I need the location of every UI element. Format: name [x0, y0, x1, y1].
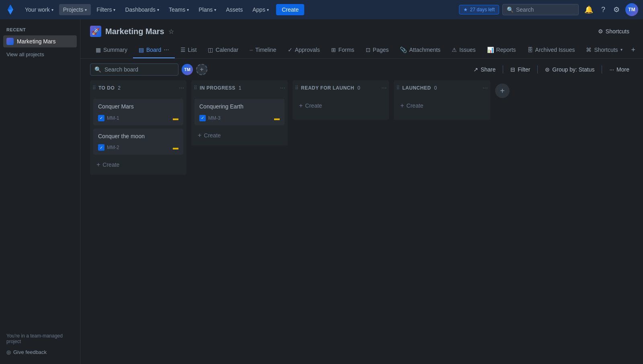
settings-gear-icon: ⚙: [598, 28, 603, 35]
shortcuts-tab-icon: ⌘: [586, 47, 592, 53]
nav-dashboards[interactable]: Dashboards ▾: [121, 4, 163, 15]
board-tab-icon: ▤: [139, 47, 144, 53]
project-name: Marketing Mars: [105, 27, 164, 36]
create-plus-icon-inprogress: +: [198, 132, 201, 139]
column-body-ready: + Create: [293, 96, 389, 120]
divider: [503, 65, 503, 74]
search-box[interactable]: 🔍 Search: [502, 4, 579, 15]
create-launched-button[interactable]: + Create: [397, 99, 487, 112]
create-todo-button[interactable]: + Create: [93, 158, 183, 172]
give-feedback-button[interactable]: ◎ Give feedback: [3, 347, 77, 358]
board-avatar[interactable]: TM: [182, 64, 193, 75]
tab-archived-issues[interactable]: 🗄 Archived Issues: [522, 43, 581, 58]
chevron-icon: ▾: [85, 8, 87, 12]
column-header-inprogress: ⠿ IN PROGRESS 1 ···: [191, 80, 288, 96]
task-type-icon-mm3: ✓: [199, 115, 206, 121]
tabs-row: ▦ Summary ▤ Board ··· ☰ List ◫ Calendar: [90, 42, 633, 58]
column-title-todo: TO DO: [98, 85, 115, 91]
issues-tab-icon: ⚠: [452, 47, 457, 53]
notifications-button[interactable]: 🔔: [582, 3, 596, 16]
more-icon: ···: [609, 66, 614, 73]
main-content: 🚀 Marketing Mars ☆ ⚙ Shortcuts ▦ Summary…: [80, 19, 643, 364]
app-body: Recent Marketing Mars View all projects …: [0, 19, 643, 364]
help-button[interactable]: ?: [599, 3, 608, 16]
star-icon[interactable]: ☆: [168, 28, 174, 35]
column-body-todo: Conquer Mars ✓ MM-1 ▬ Conquer the moon ✓…: [90, 96, 186, 175]
chevron-icon: ▾: [157, 8, 159, 12]
nav-projects[interactable]: Projects ▾: [59, 4, 91, 15]
column-header-ready: ⠿ READY FOR LAUNCH 0 ···: [293, 80, 389, 96]
column-body-inprogress: Conquering Earth ✓ MM-3 ▬ + Create: [191, 96, 288, 145]
tab-list[interactable]: ☰ List: [175, 43, 203, 58]
add-tab-button[interactable]: +: [628, 42, 639, 58]
premium-icon: ★: [463, 7, 468, 12]
create-inprogress-button[interactable]: + Create: [195, 129, 285, 142]
column-header-launched: ⠿ LAUNCHED 0 ···: [394, 80, 490, 96]
card-title-mm3: Conquering Earth: [199, 103, 280, 111]
drag-handle-icon: ⠿: [92, 85, 96, 91]
column-menu-inprogress[interactable]: ···: [280, 84, 285, 92]
tab-forms[interactable]: ⊞ Forms: [326, 43, 360, 58]
forms-tab-icon: ⊞: [331, 47, 336, 53]
column-count-inprogress: 1: [239, 85, 242, 91]
card-mm1[interactable]: Conquer Mars ✓ MM-1 ▬: [93, 99, 183, 125]
chevron-icon: ▾: [51, 8, 53, 12]
nav-right: ★ 27 days left 🔍 Search 🔔 ? ⚙ TM: [459, 3, 638, 16]
priority-icon-mm2: ▬: [173, 144, 178, 151]
column-menu-launched[interactable]: ···: [483, 84, 488, 92]
column-menu-todo[interactable]: ···: [179, 84, 184, 92]
premium-badge[interactable]: ★ 27 days left: [459, 5, 499, 14]
board-tab-more-icon[interactable]: ···: [164, 46, 169, 53]
card-title-mm1: Conquer Mars: [98, 103, 178, 111]
more-button[interactable]: ··· More: [605, 64, 633, 75]
create-ready-button[interactable]: + Create: [296, 99, 386, 112]
nav-teams[interactable]: Teams ▾: [165, 4, 193, 15]
card-mm2[interactable]: Conquer the moon ✓ MM-2 ▬: [93, 129, 183, 155]
add-column-button[interactable]: +: [495, 84, 510, 98]
avatar[interactable]: TM: [625, 3, 638, 16]
view-all-projects[interactable]: View all projects: [3, 49, 77, 60]
tab-timeline[interactable]: ⏤ Timeline: [244, 43, 282, 58]
column-count-launched: 0: [434, 85, 437, 91]
nav-plans[interactable]: Plans ▾: [195, 4, 220, 15]
add-member-button[interactable]: +: [196, 64, 207, 75]
share-button[interactable]: ↗ Share: [469, 64, 500, 75]
share-icon: ↗: [473, 66, 478, 73]
project-settings-button[interactable]: ⚙ Shortcuts: [594, 26, 633, 37]
tab-calendar[interactable]: ◫ Calendar: [202, 43, 244, 58]
nav-your-work[interactable]: Your work ▾: [21, 4, 57, 15]
column-count-ready: 0: [357, 85, 360, 91]
drag-handle-icon: ⠿: [396, 85, 400, 91]
project-title-row: 🚀 Marketing Mars ☆ ⚙ Shortcuts: [90, 26, 633, 37]
drag-handle-icon: ⠿: [194, 85, 197, 91]
task-type-icon-mm2: ✓: [98, 144, 104, 151]
search-board-input[interactable]: 🔍 Search board: [90, 63, 178, 76]
feedback-icon: ◎: [6, 349, 11, 355]
column-body-launched: + Create: [394, 96, 490, 120]
card-footer-mm1: ✓ MM-1 ▬: [98, 115, 178, 121]
tab-summary[interactable]: ▦ Summary: [90, 43, 133, 58]
nav-apps[interactable]: Apps ▾: [248, 4, 273, 15]
project-header: 🚀 Marketing Mars ☆ ⚙ Shortcuts ▦ Summary…: [80, 19, 643, 59]
sidebar-item-marketing-mars[interactable]: Marketing Mars: [3, 35, 77, 47]
tab-reports[interactable]: 📊 Reports: [481, 43, 522, 58]
settings-button[interactable]: ⚙: [611, 3, 622, 16]
reports-tab-icon: 📊: [487, 47, 494, 53]
tab-pages[interactable]: ⊡ Pages: [360, 43, 395, 58]
nav-filters[interactable]: Filters ▾: [92, 4, 119, 15]
tab-shortcuts[interactable]: ⌘ Shortcuts ▾: [580, 43, 628, 58]
group-by-button[interactable]: ⊜ Group by: Status: [541, 64, 598, 75]
tab-attachments[interactable]: 📎 Attachments: [394, 43, 446, 58]
card-mm3[interactable]: Conquering Earth ✓ MM-3 ▬: [195, 99, 285, 125]
filter-button[interactable]: ⊟ Filter: [506, 64, 534, 75]
tab-board[interactable]: ▤ Board ···: [133, 42, 175, 58]
search-board-icon: 🔍: [94, 66, 101, 73]
tab-approvals[interactable]: ✓ Approvals: [282, 43, 326, 58]
nav-assets[interactable]: Assets: [222, 4, 247, 15]
top-nav: Your work ▾ Projects ▾ Filters ▾ Dashboa…: [0, 0, 643, 19]
create-button[interactable]: Create: [276, 4, 304, 15]
jira-logo[interactable]: [5, 4, 16, 15]
column-menu-ready[interactable]: ···: [381, 84, 387, 92]
priority-icon-mm3: ▬: [274, 115, 280, 121]
tab-issues[interactable]: ⚠ Issues: [446, 43, 481, 58]
